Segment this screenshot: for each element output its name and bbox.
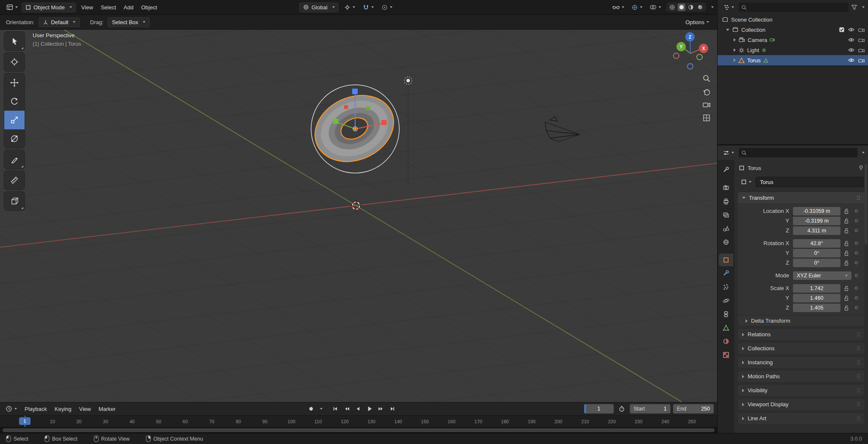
animate-button[interactable]	[852, 261, 860, 264]
collapsed-panel-header[interactable]: Visibility	[738, 385, 865, 396]
outliner-editor-type-button[interactable]	[721, 3, 736, 12]
drag-dropdown[interactable]: Select Box	[108, 17, 150, 27]
timeline-scrollbar[interactable]	[3, 428, 715, 432]
next-keyframe-button[interactable]	[376, 405, 386, 413]
play-button[interactable]	[364, 405, 375, 413]
rotation-y-field[interactable]: 0°	[793, 249, 840, 257]
collapsed-panel-header[interactable]: Viewport Display	[738, 399, 865, 410]
filter-icon[interactable]	[851, 4, 857, 10]
gizmo-x-handle[interactable]	[381, 120, 387, 125]
timeline-menu-item[interactable]: Keying	[51, 404, 75, 414]
axis-z-negative-ball[interactable]	[687, 63, 693, 70]
proportional-editing-dropdown[interactable]	[379, 3, 395, 12]
grip-icon[interactable]	[857, 195, 860, 201]
pivot-point-dropdown[interactable]	[342, 3, 357, 12]
collapsed-panel-header[interactable]: Instancing	[738, 357, 865, 368]
eye-icon[interactable]	[848, 38, 854, 42]
outliner-row-scene-collection[interactable]: Scene Collection	[718, 14, 868, 25]
lock-button[interactable]	[840, 208, 852, 214]
timeline-menu-item[interactable]: Playback	[21, 404, 51, 414]
eye-icon[interactable]	[848, 28, 854, 32]
scale-z-field[interactable]: 1.405	[793, 304, 840, 312]
pan-hand-icon[interactable]	[702, 87, 711, 96]
options-dropdown[interactable]: Options	[683, 18, 711, 27]
tab-material[interactable]	[719, 335, 733, 348]
render-visibility-icon[interactable]	[858, 48, 865, 53]
tab-texture[interactable]	[719, 349, 733, 361]
start-frame-field[interactable]: Start 1	[630, 404, 670, 413]
tab-view-layer[interactable]	[719, 209, 733, 221]
eye-icon[interactable]	[848, 58, 854, 62]
tool-annotate[interactable]	[4, 150, 25, 169]
checkbox-icon[interactable]	[839, 27, 844, 32]
tool-measure[interactable]	[4, 171, 25, 190]
view-object-types-dropdown[interactable]	[610, 3, 626, 11]
delta-transform-subpanel-header[interactable]: Delta Transform	[738, 315, 865, 326]
animate-button[interactable]	[852, 209, 860, 212]
animate-button[interactable]	[852, 242, 860, 245]
render-visibility-icon[interactable]	[858, 28, 865, 32]
animate-button[interactable]	[852, 296, 860, 299]
outliner-search-input[interactable]	[739, 3, 849, 12]
outliner-row-light[interactable]: Light	[718, 45, 868, 55]
lock-button[interactable]	[840, 228, 852, 234]
menu-item[interactable]: View	[78, 3, 97, 12]
shading-wireframe-button[interactable]	[668, 3, 676, 11]
transform-orientation-dropdown[interactable]: Global	[299, 3, 339, 12]
properties-editor-type-button[interactable]	[721, 148, 736, 157]
transform-panel-header[interactable]: Transform	[738, 192, 865, 203]
tab-constraints[interactable]	[719, 308, 733, 321]
menu-item[interactable]: Add	[120, 3, 137, 12]
outliner-row-torus[interactable]: Torus	[718, 55, 868, 65]
snap-toggle[interactable]	[361, 3, 376, 12]
overlays-dropdown[interactable]	[648, 3, 663, 11]
orthographic-toggle-icon[interactable]	[702, 114, 711, 122]
end-frame-field[interactable]: End 250	[673, 404, 714, 413]
navigation-gizmo[interactable]: Z Y X	[669, 31, 712, 74]
tool-rotate[interactable]	[4, 92, 25, 111]
light-object[interactable]	[404, 77, 412, 183]
gizmo-z-handle[interactable]	[352, 89, 358, 94]
render-visibility-icon[interactable]	[858, 38, 865, 42]
location-y-field[interactable]: -0.3199 m	[793, 217, 840, 225]
orientation-dropdown[interactable]: Default	[39, 17, 80, 27]
location-x-field[interactable]: -0.31059 m	[793, 207, 840, 215]
tab-modifiers[interactable]	[719, 267, 733, 280]
zoom-icon[interactable]	[702, 74, 711, 83]
prev-keyframe-button[interactable]	[342, 405, 352, 413]
gizmo-y-handle[interactable]	[333, 119, 338, 124]
tab-object[interactable]	[719, 254, 733, 266]
lock-button[interactable]	[840, 305, 852, 311]
use-preview-range-button[interactable]	[616, 404, 627, 413]
shading-solid-button[interactable]	[678, 3, 685, 11]
camera-view-icon[interactable]	[702, 101, 711, 109]
animate-button[interactable]	[852, 274, 860, 277]
axis-y-ball[interactable]: Y	[676, 42, 686, 51]
tab-particles[interactable]	[719, 281, 733, 293]
auto-keying-record-button[interactable]	[306, 405, 316, 413]
disclosure-closed-icon[interactable]	[734, 59, 736, 62]
rotation-x-field[interactable]: 42.8°	[793, 239, 840, 248]
jump-to-start-button[interactable]	[330, 405, 340, 413]
3d-scene[interactable]	[0, 30, 717, 402]
render-visibility-icon[interactable]	[858, 58, 865, 63]
outliner-row-camera[interactable]: Camera	[718, 35, 868, 45]
location-z-field[interactable]: 4.311 m	[793, 226, 840, 235]
current-frame-badge[interactable]: 1	[19, 417, 31, 425]
tab-tool[interactable]	[719, 164, 733, 176]
id-type-button[interactable]	[739, 178, 754, 186]
axis-z-ball[interactable]: Z	[685, 32, 695, 42]
animate-button[interactable]	[852, 229, 860, 232]
collapsed-panel-header[interactable]: Motion Paths	[738, 371, 865, 382]
properties-scrollbar[interactable]	[865, 164, 867, 245]
tool-select-box[interactable]	[4, 32, 25, 50]
tab-render[interactable]	[719, 182, 733, 194]
disclosure-open-icon[interactable]	[726, 29, 729, 31]
tab-world[interactable]	[719, 236, 733, 249]
timeline-menu-item[interactable]: View	[75, 404, 95, 414]
eye-icon[interactable]	[848, 48, 854, 52]
object-name-field[interactable]: Torus	[756, 177, 864, 187]
editor-type-button[interactable]	[4, 3, 20, 12]
menu-item[interactable]: Object	[137, 3, 161, 12]
lock-button[interactable]	[840, 260, 852, 266]
